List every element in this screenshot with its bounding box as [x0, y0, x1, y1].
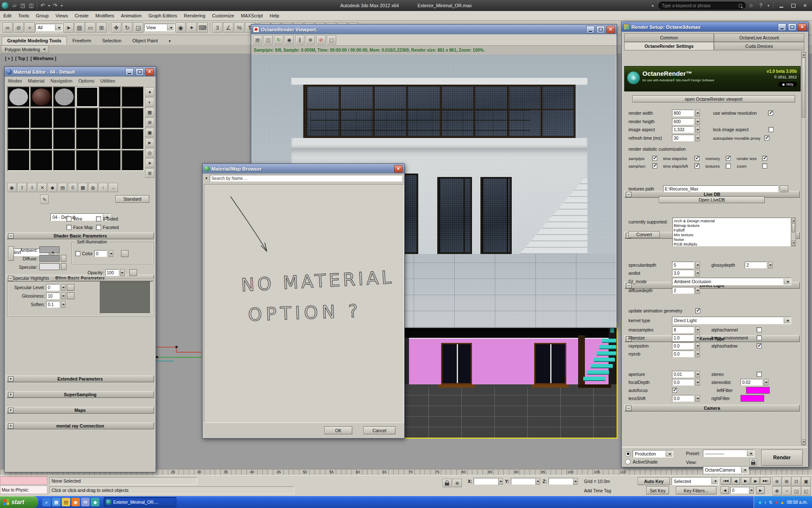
use-pivot-center-icon[interactable]: ◉ [176, 22, 186, 33]
soften-field[interactable]: 0.1 [46, 301, 60, 308]
me-close-button[interactable]: ✕ [145, 68, 154, 76]
me-menu-navigation[interactable]: Navigation [50, 78, 72, 83]
material-slot-03[interactable] [53, 86, 76, 108]
me-titlebar[interactable]: Material Editor - 04 - Default ✕ [5, 67, 156, 77]
save-file-icon[interactable]: ◫ [27, 2, 36, 9]
z-coordinate-field[interactable] [549, 478, 573, 485]
me-menu-utilities[interactable]: Utilities [100, 78, 115, 83]
filtersize-spinner[interactable] [695, 334, 700, 341]
select-object-icon[interactable]: ➤ [63, 22, 74, 33]
production-radio[interactable] [625, 451, 631, 457]
material-type-button[interactable]: Standard [115, 195, 149, 203]
octane-pick-focus-icon[interactable]: ⊕ [306, 35, 315, 44]
rightfilter-color-swatch[interactable] [741, 395, 764, 402]
zoom-region-icon[interactable]: ▣ [801, 477, 811, 486]
rollout-shader-basic[interactable]: Shader Basic Parameters [6, 232, 154, 239]
unlink-selection-icon[interactable]: ⊘ [14, 22, 24, 33]
production-mode-dropdown[interactable]: Production [633, 450, 673, 458]
folder-icon[interactable]: ▤ [62, 498, 70, 506]
self-illum-map-button[interactable] [121, 250, 129, 257]
selection-lock-icon[interactable] [442, 479, 452, 487]
go-to-parent-icon[interactable]: ↑ [99, 183, 108, 192]
rrprob-spinner[interactable] [695, 351, 700, 357]
octane-window-titlebar[interactable]: OctaneRender Viewport. ✕ [251, 25, 617, 34]
me-menu-material[interactable]: Material [28, 78, 44, 83]
select-and-move-icon[interactable]: ✥ [111, 22, 121, 33]
kernel-type-dropdown[interactable]: Direct Light [672, 317, 791, 324]
field-of-view-icon[interactable]: ◲ [792, 486, 801, 496]
options-icon[interactable]: ◎ [145, 148, 154, 157]
specular-map-button[interactable] [61, 263, 66, 270]
stat-samp-sec-checkbox[interactable] [652, 163, 657, 168]
render-view-dropdown[interactable]: OctaneCamera [703, 466, 749, 474]
material-slot-12[interactable] [121, 108, 144, 129]
me-menu-options[interactable]: Options [78, 78, 94, 83]
show-map-in-viewport-icon[interactable]: ▦ [78, 183, 88, 192]
open-file-icon[interactable]: ◳ [19, 2, 27, 9]
stereodist-field[interactable]: 0.02 [741, 379, 763, 386]
maximize-viewport-toggle-icon[interactable]: ◱ [801, 486, 811, 496]
play-button[interactable]: ▶ [741, 477, 750, 485]
percent-snap-icon[interactable]: % [234, 22, 244, 33]
background-icon[interactable]: ▦ [145, 108, 154, 117]
glossiness-map-button[interactable] [67, 293, 74, 299]
go-to-start-button[interactable]: |◀◀ [721, 477, 731, 485]
lock-ambient-diffuse-icon[interactable] [8, 246, 14, 261]
preset-dropdown[interactable]: ------------- [703, 450, 754, 457]
tab-octanerender-settings[interactable]: OctaneRender Settings [624, 42, 714, 50]
material-slot-06[interactable] [121, 86, 144, 108]
list-item[interactable]: Bitmap texture [674, 223, 790, 228]
stat-time-left-checkbox[interactable] [694, 163, 700, 168]
material-id-channel-icon[interactable]: 0 [68, 183, 77, 192]
frame-spinner[interactable] [749, 487, 754, 494]
open-octane-viewport-button[interactable]: open OctaneRender viewport [632, 95, 795, 102]
assign-material-to-selection-icon[interactable]: ⇩ [27, 183, 37, 192]
autoupdate-proxy-checkbox[interactable] [764, 135, 769, 141]
material-slot-08[interactable] [30, 108, 53, 129]
make-unique-icon[interactable]: ◆ [48, 183, 57, 192]
start-button[interactable]: start [0, 496, 38, 508]
aodist-field[interactable]: 3.0 [672, 270, 694, 276]
glossiness-field[interactable]: 10 [46, 293, 60, 299]
rollout-camera[interactable]: Camera [624, 405, 800, 411]
bind-to-spacewarp-icon[interactable]: ≈ [25, 22, 35, 33]
search-flyout-icon[interactable]: ▸ [649, 2, 657, 9]
supported-materials-list[interactable]: Arch & Design material Bitmap texture Fa… [672, 218, 791, 246]
window-crossing-icon[interactable]: ⊞ [96, 22, 107, 33]
make-preview-icon[interactable]: ► [145, 138, 154, 147]
focaldepth-spinner[interactable] [695, 379, 700, 386]
material-slot-20[interactable] [30, 150, 53, 171]
menu-animation[interactable]: Animation [118, 13, 145, 18]
material-slot-18[interactable] [121, 129, 144, 150]
task-button-max[interactable]: Exterior_Minimal_OR.... [104, 497, 176, 507]
tab-graphite-modeling-tools[interactable]: Graphite Modeling Tools [2, 36, 67, 45]
octane-pause-icon[interactable]: ∥ [295, 35, 304, 44]
lock-view-icon[interactable] [749, 458, 757, 466]
list-item[interactable]: RGB Multiply [674, 242, 790, 246]
minimize-button[interactable] [776, 2, 787, 9]
selection-filter-dropdown[interactable]: All [36, 24, 63, 31]
list-item[interactable]: Arch & Design material [674, 218, 790, 223]
tab-freeform[interactable]: Freeform [67, 36, 97, 45]
rs-maximize-button[interactable] [788, 23, 796, 31]
show-end-result-icon[interactable]: ◍ [88, 183, 98, 192]
rs-close-button[interactable]: ✕ [798, 23, 807, 31]
specular-level-map-button[interactable] [67, 284, 74, 291]
help-dropdown-icon[interactable]: ▾ [766, 2, 771, 9]
current-frame-field[interactable]: 0 [730, 487, 749, 494]
maxsamples-spinner[interactable] [695, 326, 700, 333]
internet-explorer-icon[interactable]: e [42, 498, 51, 506]
gi-mode-dropdown[interactable]: Ambient Occlusion [672, 278, 791, 285]
key-filters-button[interactable]: Key Filters... [676, 486, 716, 494]
pick-material-from-object-icon[interactable]: ✎ [40, 195, 49, 204]
speculardepth-field[interactable]: 5 [672, 262, 694, 268]
go-to-end-button[interactable]: ▶▶| [760, 477, 771, 485]
tab-selection[interactable]: Selection [97, 36, 127, 45]
keyboard-override-icon[interactable]: ⌨ [198, 22, 208, 33]
stat-time-tot-checkbox[interactable] [694, 156, 700, 161]
rectangular-selection-icon[interactable]: ▭ [85, 22, 96, 33]
select-and-rotate-icon[interactable]: ↻ [122, 22, 132, 33]
menu-maxscript[interactable]: MAXScript [238, 13, 266, 18]
menu-modifiers[interactable]: Modifiers [92, 13, 118, 18]
image-aspect-field[interactable]: 1.333 [672, 126, 694, 133]
